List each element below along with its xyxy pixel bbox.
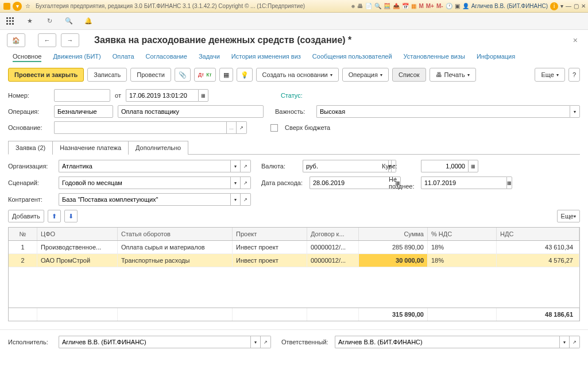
contractor-dropdown-button[interactable]: ▾	[230, 193, 241, 206]
importance-dropdown-button[interactable]: ▾	[570, 105, 580, 118]
link-visas[interactable]: Установленные визы	[404, 53, 465, 62]
struct-button[interactable]: ▦	[219, 68, 233, 82]
deadline-input[interactable]	[421, 176, 506, 189]
tab-payment-purpose[interactable]: Назначение платежа	[52, 141, 129, 155]
rate-calc-button[interactable]: ▦	[468, 160, 478, 172]
help-button[interactable]: ?	[568, 68, 580, 82]
col-cfo[interactable]: ЦФО	[37, 228, 118, 240]
tab-request[interactable]: Заявка (2)	[8, 141, 53, 155]
scenario-dropdown-button[interactable]: ▾	[230, 176, 241, 189]
close-window-icon[interactable]: ✕	[581, 3, 586, 9]
col-n[interactable]: №	[9, 228, 37, 240]
over-budget-checkbox[interactable]	[270, 124, 278, 132]
currency-input[interactable]	[303, 160, 388, 172]
responsible-dropdown-button[interactable]: ▾	[559, 336, 570, 348]
attach-button[interactable]: 📎	[175, 68, 191, 82]
toolbar-icon[interactable]: ⎈	[351, 3, 355, 9]
user-icon[interactable]: 👤	[462, 3, 469, 9]
table-more-button[interactable]: Еще ▾	[557, 210, 580, 222]
save-button[interactable]: Записать	[87, 68, 127, 82]
back-button[interactable]: ←	[38, 33, 56, 47]
app-icon[interactable]: ▦	[411, 3, 416, 9]
star-icon[interactable]: ☆	[23, 2, 32, 11]
basis-input[interactable]	[54, 121, 226, 134]
executor-input[interactable]	[59, 336, 250, 348]
contractor-open-button[interactable]: ↗	[241, 193, 251, 206]
scenario-open-button[interactable]: ↗	[241, 176, 251, 189]
add-row-button[interactable]: Добавить	[8, 210, 44, 222]
print-icon[interactable]: 🖶	[357, 3, 363, 9]
operation-type-input[interactable]	[118, 105, 264, 118]
window-icon[interactable]: ▣	[455, 3, 460, 9]
find-icon[interactable]: 🔍	[374, 3, 381, 9]
clock-icon[interactable]: 🕐	[446, 3, 452, 9]
grid-menu-icon[interactable]	[6, 17, 15, 26]
responsible-open-button[interactable]: ↗	[570, 336, 580, 348]
search-icon[interactable]: 🔍	[64, 17, 74, 26]
col-vat[interactable]: % НДС	[428, 228, 497, 240]
export-icon[interactable]: 📤	[393, 3, 400, 9]
link-dvizh[interactable]: Движения (БИТ)	[53, 53, 100, 62]
m-minus-icon[interactable]: M-	[436, 3, 443, 9]
minimize-icon[interactable]: —	[566, 3, 571, 9]
rate-input[interactable]	[421, 160, 468, 172]
col-proj[interactable]: Проект	[233, 228, 307, 240]
chevron-down-icon[interactable]: ▾	[560, 3, 563, 9]
operation-button[interactable]: Операция ▾	[342, 68, 389, 82]
more-button[interactable]: Еще ▾	[535, 68, 564, 82]
home-button[interactable]: 🏠	[7, 33, 25, 47]
move-down-button[interactable]: ⬇	[64, 210, 78, 222]
maximize-icon[interactable]: ▢	[574, 3, 579, 9]
table-row[interactable]: 1 Производственное... Оплата сырья и мат…	[9, 241, 579, 254]
link-info[interactable]: Информация	[477, 53, 515, 62]
list-button[interactable]: Список	[392, 68, 426, 82]
calc-icon[interactable]: 🧮	[384, 3, 390, 9]
org-dropdown-button[interactable]: ▾	[230, 160, 241, 172]
operation-input[interactable]	[54, 105, 113, 118]
m-plus-icon[interactable]: M+	[426, 3, 434, 9]
col-vatsum[interactable]: НДС	[497, 228, 579, 240]
link-msg[interactable]: Сообщения пользователей	[312, 53, 392, 62]
bell-icon[interactable]: 🔔	[84, 17, 93, 26]
scenario-input[interactable]	[59, 176, 230, 189]
post-button[interactable]: Провести	[130, 68, 171, 82]
col-dog[interactable]: Договор к...	[307, 228, 359, 240]
move-up-button[interactable]: ⬆	[48, 210, 61, 222]
responsible-input[interactable]	[335, 336, 559, 348]
hint-button[interactable]: 💡	[237, 68, 253, 82]
date-input[interactable]	[126, 89, 198, 102]
table-row[interactable]: 2 ОАО ПромСтрой Транспортные расходы Инв…	[9, 254, 579, 267]
tab-additional[interactable]: Дополнительно	[128, 141, 188, 155]
basis-lookup-button[interactable]: …	[226, 121, 237, 134]
copy-icon[interactable]: 📄	[365, 3, 372, 9]
dropdown-circle-icon[interactable]: ▾	[13, 2, 22, 11]
link-tasks[interactable]: Задачи	[199, 53, 220, 62]
org-open-button[interactable]: ↗	[241, 160, 251, 172]
deadline-picker-button[interactable]: ▦	[506, 176, 512, 189]
dtct-button[interactable]: ДтКт	[194, 68, 216, 82]
col-sum[interactable]: Сумма	[359, 228, 428, 240]
close-page-button[interactable]: ×	[570, 36, 581, 45]
print-button[interactable]: 🖶 Печать ▾	[430, 68, 476, 82]
history-icon[interactable]: ↻	[45, 17, 54, 26]
org-input[interactable]	[59, 160, 230, 172]
col-art[interactable]: Статья оборотов	[118, 228, 233, 240]
date-picker-button[interactable]: ▦	[198, 89, 208, 102]
link-hist[interactable]: История изменения виз	[231, 53, 301, 62]
number-input[interactable]	[54, 89, 110, 102]
m-icon[interactable]: M	[419, 3, 423, 9]
create-based-on-button[interactable]: Создать на основании ▾	[256, 68, 339, 82]
post-and-close-button[interactable]: Провести и закрыть	[8, 68, 84, 82]
table-empty-area[interactable]	[9, 267, 579, 308]
basis-open-button[interactable]: ↗	[237, 121, 247, 134]
forward-button[interactable]: →	[61, 33, 79, 47]
calendar-icon[interactable]: 📅	[402, 3, 409, 9]
star-nav-icon[interactable]: ★	[25, 17, 34, 26]
contractor-input[interactable]	[59, 193, 230, 206]
executor-dropdown-button[interactable]: ▾	[250, 336, 261, 348]
link-sogl[interactable]: Согласование	[146, 53, 187, 62]
link-main[interactable]: Основное	[13, 53, 41, 62]
executor-open-button[interactable]: ↗	[261, 336, 271, 348]
link-oplata[interactable]: Оплата	[113, 53, 134, 62]
importance-input[interactable]	[316, 105, 570, 118]
